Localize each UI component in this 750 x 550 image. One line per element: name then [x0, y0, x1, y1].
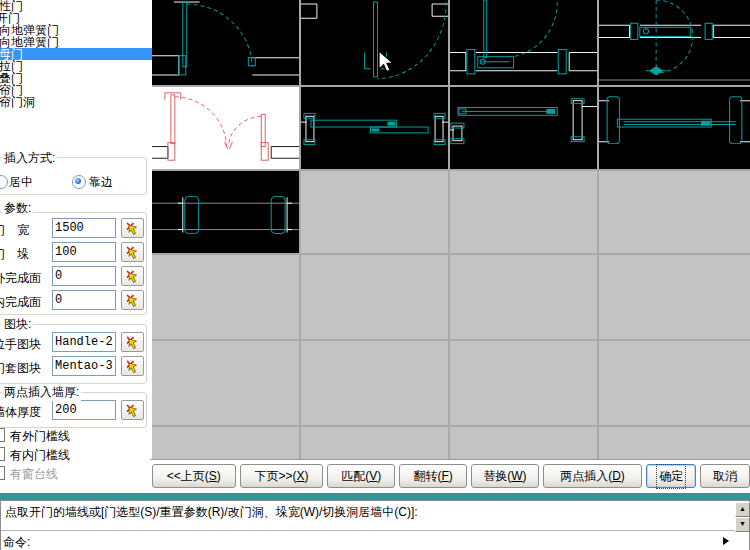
pick-from-drawing-icon [125, 293, 140, 308]
door-width-label: 门 宽 [0, 222, 51, 239]
replace-button-label: 替换(W) [481, 465, 528, 488]
pick-button[interactable] [121, 218, 144, 238]
checkbox-row: 有内门槛线 [0, 447, 152, 462]
insert-mode-group-label: 插入方式: [2, 150, 57, 167]
preview-double-acting-door[interactable] [599, 0, 750, 85]
wall-group-label: 两点插入墙厚: [2, 384, 81, 401]
preview-empty [450, 341, 597, 425]
command-line[interactable]: 命令: [3, 534, 30, 550]
two-point-insert-button-label: 两点插入(D) [558, 465, 627, 488]
outer-finish-label: 外完成面 [0, 270, 51, 287]
command-divider [1, 530, 749, 531]
preview-sliding-door-3[interactable] [599, 87, 750, 169]
replace-button[interactable]: 替换(W) [471, 464, 539, 488]
preview-empty [301, 255, 448, 339]
pick-button[interactable] [121, 290, 144, 310]
pick-from-drawing-icon [125, 269, 140, 284]
pick-button[interactable] [121, 400, 144, 420]
mouse-cursor-icon [378, 50, 394, 74]
pick-from-drawing-icon [125, 335, 140, 350]
radio-center-label: 居中 [9, 174, 33, 191]
command-window[interactable]: 点取开门的墙线或[门选型(S)/重置参数(R)/改门洞、垛宽(W)/切换洞居墙中… [0, 500, 750, 550]
preview-sliding-door-2[interactable] [450, 87, 597, 169]
preview-empty [599, 427, 750, 459]
checkbox-row: 有外门槛线 [0, 428, 152, 443]
scroll-down-icon[interactable]: ▼ [735, 517, 750, 532]
preview-sliding-door-1[interactable] [301, 87, 448, 169]
outer-finish-input[interactable] [52, 266, 116, 286]
door-pier-label: 门 垛 [0, 246, 51, 263]
door-type-item[interactable]: 弹性门 [0, 0, 152, 12]
checkbox[interactable] [0, 447, 5, 461]
checkbox [0, 466, 5, 480]
pick-from-drawing-icon [125, 359, 140, 374]
pick-button[interactable] [121, 266, 144, 286]
radio-edge[interactable] [72, 175, 86, 189]
radio-edge-label: 靠边 [89, 174, 113, 191]
handle-block-label: 拉手图块 [0, 336, 51, 353]
match-button[interactable]: 匹配(V) [327, 464, 395, 488]
scroll-up-icon[interactable]: ▲ [735, 502, 750, 517]
match-button-label: 匹配(V) [339, 465, 383, 488]
pick-from-drawing-icon [125, 245, 140, 260]
outer-finish-row: 外完成面 [0, 266, 152, 288]
command-scrollbar[interactable]: ▲ ▼ [735, 502, 748, 530]
two-point-insert-button[interactable]: 两点插入(D) [543, 464, 643, 488]
preview-empty [301, 427, 448, 459]
window-divider [0, 493, 750, 500]
preview-empty [599, 255, 750, 339]
pick-from-drawing-icon [125, 403, 140, 418]
door-pier-input[interactable] [52, 242, 116, 262]
pick-from-drawing-icon [125, 221, 140, 236]
checkbox-label: 有窗台线 [10, 466, 58, 483]
pick-button[interactable] [121, 242, 144, 262]
wall-thickness-input[interactable] [52, 400, 116, 420]
preview-empty [152, 427, 299, 459]
preview-door-opening[interactable] [152, 171, 299, 253]
next-page-button-label: 下页>>(X) [253, 465, 311, 488]
preview-mother-child-door[interactable] [152, 87, 299, 169]
flip-button-label: 翻转(F) [411, 465, 454, 488]
door-width-row: 门 宽 [0, 218, 152, 240]
inner-finish-row: 内完成面 [0, 290, 152, 312]
handle-block-row: 拉手图块 [0, 332, 152, 354]
flip-button[interactable]: 翻转(F) [399, 464, 467, 488]
wall-thickness-label: 墙体厚度 [0, 404, 51, 421]
preview-empty [599, 341, 750, 425]
prev-page-button[interactable]: <<上页(S) [152, 464, 236, 488]
door-width-input[interactable] [52, 218, 116, 238]
preview-empty [450, 255, 597, 339]
inner-finish-input[interactable] [52, 290, 116, 310]
inner-finish-label: 内完成面 [0, 294, 51, 311]
checkbox-label: 有外门槛线 [10, 428, 70, 445]
sidebar: 弹性门平开门单向地弹簧门双向地弹簧门子母门推拉门折叠门卷帘门卷帘门洞 插入方式:… [0, 0, 152, 493]
pick-button[interactable] [121, 332, 144, 352]
preview-grid [152, 0, 750, 459]
preview-swing-door-1[interactable] [152, 0, 299, 85]
button-bar: <<上页(S)下页>>(X)匹配(V)翻转(F)替换(W)两点插入(D)确定取消 [150, 459, 750, 493]
preview-empty [301, 171, 448, 253]
command-hscroll-icon[interactable] [723, 537, 729, 545]
checkbox-row: 有窗台线 [0, 466, 152, 481]
door-insert-dialog: 弹性门平开门单向地弹簧门双向地弹簧门子母门推拉门折叠门卷帘门卷帘门洞 插入方式:… [0, 0, 750, 550]
ok-button[interactable]: 确定 [646, 464, 696, 488]
checkbox[interactable] [0, 428, 5, 442]
preview-swing-door-3[interactable] [450, 0, 597, 85]
cancel-button[interactable]: 取消 [700, 464, 750, 488]
preview-swing-door-2[interactable] [301, 0, 448, 85]
frame-block-input[interactable] [52, 356, 116, 376]
preview-empty [450, 171, 597, 253]
blocks-group-label: 图块: [2, 316, 33, 333]
preview-empty [599, 171, 750, 253]
cancel-button-label: 取消 [711, 465, 739, 488]
preview-empty [152, 255, 299, 339]
frame-block-label: 门套图块 [0, 360, 51, 377]
next-page-button[interactable]: 下页>>(X) [240, 464, 324, 488]
door-type-item[interactable]: 卷帘门洞 [0, 96, 152, 108]
ok-button-label: 确定 [657, 465, 685, 488]
pick-button[interactable] [121, 356, 144, 376]
preview-empty [301, 341, 448, 425]
door-pier-row: 门 垛 [0, 242, 152, 264]
door-type-list[interactable]: 弹性门平开门单向地弹簧门双向地弹簧门子母门推拉门折叠门卷帘门卷帘门洞 [0, 0, 152, 144]
handle-block-input[interactable] [52, 332, 116, 352]
